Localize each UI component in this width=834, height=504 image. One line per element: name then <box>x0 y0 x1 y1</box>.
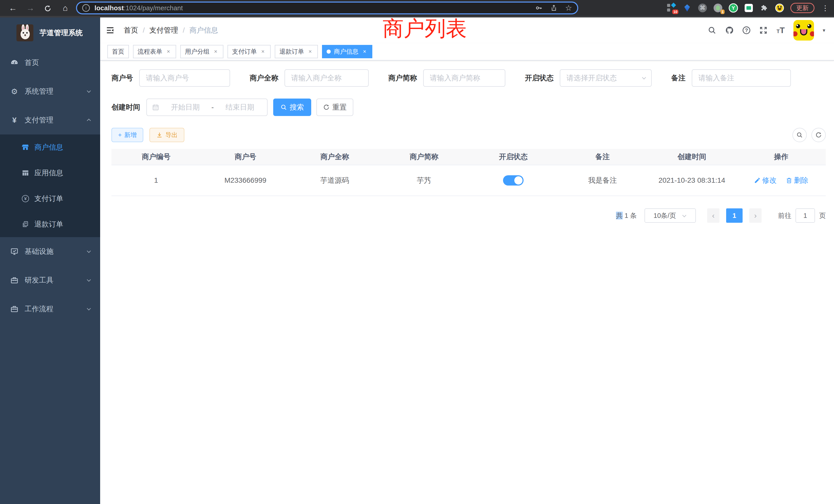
goto-page-input[interactable] <box>795 208 815 223</box>
address-bar[interactable]: i localhost:1024/pay/merchant ☆ <box>76 2 578 14</box>
yen-icon: ¥ <box>10 116 19 124</box>
search-button[interactable]: 搜索 <box>273 98 311 116</box>
full-name-input[interactable] <box>285 69 369 87</box>
extension-kite-icon[interactable] <box>682 3 692 13</box>
next-page-button[interactable]: › <box>749 208 762 223</box>
tab-label: 商户信息 <box>334 47 358 56</box>
active-dot-icon <box>327 49 331 54</box>
grid-icon <box>22 169 29 177</box>
extension-y-icon[interactable]: Y <box>729 3 738 13</box>
browser-home-icon[interactable]: ⌂ <box>57 0 74 16</box>
tab-close-icon[interactable]: × <box>166 48 172 55</box>
sidebar-item-infrastructure[interactable]: 基础设施 <box>0 237 100 266</box>
breadcrumb-home[interactable]: 首页 <box>124 25 138 35</box>
sidebar-collapse-icon[interactable] <box>106 26 114 35</box>
avatar-caret-icon[interactable]: ▾ <box>823 27 825 33</box>
page-size-select[interactable]: 10条/页 <box>644 208 696 223</box>
payment-submenu: 商户信息 应用信息 ¥ 支付订单 退款订单 <box>0 135 100 237</box>
refresh-table-button[interactable] <box>811 128 826 142</box>
sidebar-item-system[interactable]: ⚙ 系统管理 <box>0 77 100 106</box>
add-button[interactable]: +新增 <box>111 128 143 142</box>
status-select-input[interactable] <box>560 69 652 87</box>
tab-label: 流程表单 <box>138 47 162 56</box>
help-icon[interactable]: ? <box>743 26 750 34</box>
sidebar-item-refund-order[interactable]: 退款订单 <box>0 211 100 237</box>
fullscreen-icon[interactable] <box>759 26 768 35</box>
end-date-placeholder[interactable]: 结束日期 <box>218 102 262 112</box>
calendar-icon <box>152 104 159 111</box>
start-date-placeholder[interactable]: 开始日期 <box>163 102 207 112</box>
plus-icon: + <box>118 131 122 139</box>
site-info-icon[interactable]: i <box>82 4 90 12</box>
sidebar-item-merchant-info[interactable]: 商户信息 <box>0 135 100 160</box>
reset-button[interactable]: 重置 <box>316 98 353 116</box>
sidebar-item-label: 首页 <box>25 58 39 68</box>
page-tab[interactable]: 用户分组 × <box>180 45 223 58</box>
share-icon[interactable] <box>550 4 557 12</box>
browser-update-button[interactable]: 更新 <box>790 3 814 13</box>
app-logo-row[interactable]: 芋道管理系统 <box>0 18 100 48</box>
tags-view: 首页 × 流程表单 × 用户分组 × 支付订单 × <box>100 43 834 61</box>
page-tab[interactable]: 商户信息 × <box>322 45 372 58</box>
sidebar-item-pay-order[interactable]: ¥ 支付订单 <box>0 186 100 211</box>
github-icon[interactable] <box>725 26 734 35</box>
page-tab[interactable]: 首页 × <box>107 45 129 58</box>
page-tab[interactable]: 流程表单 × <box>133 45 176 58</box>
extension-command-icon[interactable]: ⌘ <box>698 3 707 13</box>
current-page-button[interactable]: 1 <box>726 208 743 223</box>
extension-blob-icon[interactable]: 1 <box>713 3 723 13</box>
delete-link[interactable]: 删除 <box>786 176 808 185</box>
sidebar-item-home[interactable]: 首页 <box>0 48 100 77</box>
monitor-icon <box>10 247 19 256</box>
browser-back-icon[interactable]: ← <box>4 0 22 16</box>
font-size-icon[interactable]: TT <box>776 26 785 35</box>
short-name-input[interactable] <box>423 69 505 87</box>
export-button[interactable]: 导出 <box>150 128 184 142</box>
extensions-puzzle-icon[interactable] <box>760 3 769 13</box>
remark-input[interactable] <box>692 69 791 87</box>
extension-grid-icon[interactable]: 10 <box>667 3 676 13</box>
tab-label: 首页 <box>112 47 124 56</box>
search-icon[interactable] <box>708 26 717 35</box>
create-time-range-picker[interactable]: 开始日期 - 结束日期 <box>146 98 267 116</box>
merchant-table: 商户编号商户号商户全称商户简称开启状态备注创建时间操作 1 M233666999… <box>111 149 826 196</box>
tab-label: 支付订单 <box>232 47 257 56</box>
total-count: 共 1 条 <box>616 211 637 220</box>
prev-page-button[interactable]: ‹ <box>707 208 720 223</box>
app-logo <box>17 24 34 41</box>
toggle-search-button[interactable] <box>792 128 807 142</box>
merchant-no-input[interactable] <box>139 69 230 87</box>
chevron-down-icon <box>86 306 92 312</box>
status-select[interactable] <box>560 69 652 87</box>
tab-close-icon[interactable]: × <box>361 48 368 55</box>
page-tab[interactable]: 支付订单 × <box>227 45 271 58</box>
tab-close-icon[interactable]: × <box>260 48 266 55</box>
tab-close-icon[interactable]: × <box>213 48 219 55</box>
sidebar-item-label: 基础设施 <box>25 247 53 256</box>
sidebar-item-app-info[interactable]: 应用信息 <box>0 160 100 186</box>
tab-close-icon[interactable]: × <box>307 48 313 55</box>
gear-icon: ⚙ <box>10 87 19 95</box>
browser-forward-icon[interactable]: → <box>22 0 39 16</box>
sidebar-item-workflow[interactable]: 工作流程 <box>0 295 100 323</box>
sidebar-item-dev-tools[interactable]: 研发工具 <box>0 266 100 295</box>
page-tab[interactable]: 退款订单 × <box>275 45 318 58</box>
topbar: 首页 / 支付管理 / 商户信息 ? TT <box>100 18 834 43</box>
table-toolbar: +新增 导出 <box>100 128 834 142</box>
browser-reload-icon[interactable] <box>39 0 57 16</box>
avatar[interactable] <box>793 20 814 41</box>
sidebar-item-label: 支付订单 <box>35 194 63 204</box>
password-key-icon[interactable] <box>535 4 543 12</box>
sidebar-item-payment[interactable]: ¥ 支付管理 <box>0 106 100 135</box>
extension-badge: 1 <box>721 9 725 14</box>
chevron-up-icon <box>86 117 92 123</box>
browser-menu-icon[interactable]: ⋮ <box>821 4 830 12</box>
extension-chat-icon[interactable] <box>744 3 753 13</box>
column-header: 商户简称 <box>379 152 468 162</box>
status-toggle[interactable] <box>503 175 524 186</box>
extension-emoji-icon[interactable] <box>775 3 784 13</box>
trash-icon <box>786 177 792 184</box>
sidebar-item-label: 退款订单 <box>35 220 63 229</box>
edit-link[interactable]: 修改 <box>754 176 776 185</box>
bookmark-star-icon[interactable]: ☆ <box>565 4 572 12</box>
